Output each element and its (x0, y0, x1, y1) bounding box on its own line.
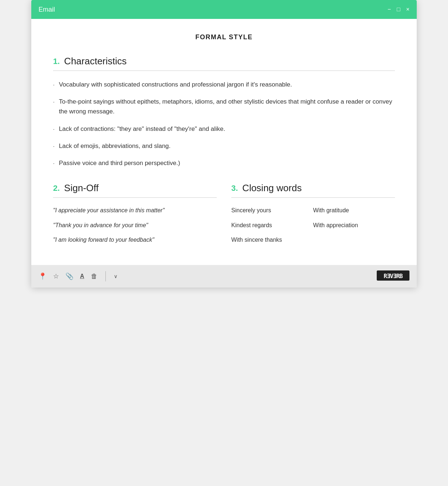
main-content: FORMAL STYLE 1. Characteristics · Vocabu… (31, 19, 417, 265)
minimize-button[interactable]: − (388, 7, 391, 12)
closing-item: With gratitude (313, 206, 395, 214)
close-button[interactable]: × (406, 7, 409, 12)
bottom-toolbar: 📍 ☆ 📎 A 🗑 ∨ RƎVƎRB (31, 265, 417, 288)
list-item: "I am looking forward to your feedback" (53, 236, 217, 244)
bullet-text: Vocabulary with sophisticated constructi… (59, 80, 292, 89)
list-item: · To-the-point sayings without epithets,… (53, 97, 395, 116)
toolbar-divider (105, 271, 106, 281)
closing-col1: Sincerely yours Kindest regards With sin… (231, 206, 313, 250)
page-title: FORMAL STYLE (53, 33, 395, 41)
app-logo: RƎVƎRB (377, 270, 409, 282)
star-icon[interactable]: ☆ (53, 272, 59, 280)
text-format-icon[interactable]: A (80, 273, 84, 280)
app-window: Email − □ × FORMAL STYLE 1. Characterist… (31, 0, 417, 288)
bullet-icon: · (53, 81, 55, 89)
closing-grid: Sincerely yours Kindest regards With sin… (231, 206, 395, 250)
list-item: "Thank you in advance for your time" (53, 221, 217, 229)
section-2-header: 2. Sign-Off (53, 182, 217, 194)
delete-icon[interactable]: 🗑 (91, 273, 97, 280)
section-1-title: Characteristics (64, 56, 127, 67)
characteristics-list: · Vocabulary with sophisticated construc… (53, 80, 395, 168)
section-2-divider (53, 197, 217, 198)
section-2-number: 2. (53, 184, 60, 193)
section-3-number: 3. (231, 184, 238, 193)
window-title: Email (39, 6, 55, 13)
section-1-number: 1. (53, 57, 60, 66)
bullet-text: Lack of emojis, abbreviations, and slang… (59, 141, 171, 151)
list-item: "I appreciate your assistance in this ma… (53, 206, 217, 214)
bullet-icon: · (53, 125, 55, 133)
bullet-icon: · (53, 98, 55, 106)
section-3-header: 3. Closing words (231, 182, 395, 194)
section-1-divider (53, 71, 395, 71)
window-controls: − □ × (388, 7, 409, 12)
closing-item: With sincere thanks (231, 236, 313, 244)
signoff-list: "I appreciate your assistance in this ma… (53, 206, 217, 244)
list-item: · Lack of contractions: "they are" inste… (53, 124, 395, 134)
list-item: · Lack of emojis, abbreviations, and sla… (53, 141, 395, 151)
section-closing-words: 3. Closing words Sincerely yours Kindest… (231, 182, 395, 250)
bullet-icon: · (53, 142, 55, 150)
section-signoff: 2. Sign-Off "I appreciate your assistanc… (53, 182, 217, 250)
paperclip-icon[interactable]: 📎 (65, 272, 73, 280)
toolbar-left: 📍 ☆ 📎 A 🗑 ∨ (39, 271, 117, 281)
titlebar: Email − □ × (31, 0, 417, 19)
closing-col2: With gratitude With appreciation (313, 206, 395, 250)
bullet-text: Lack of contractions: "they are" instead… (59, 124, 225, 134)
logo-text: RƎVƎRB (377, 274, 409, 282)
bullet-text: To-the-point sayings without epithets, m… (59, 97, 395, 116)
svg-text:RƎVƎRB: RƎVƎRB (384, 273, 403, 280)
section-3-divider (231, 197, 395, 198)
location-icon[interactable]: 📍 (39, 272, 47, 280)
dropdown-button[interactable]: ∨ (114, 273, 117, 279)
closing-item: Kindest regards (231, 221, 313, 229)
section-1-header: 1. Characteristics (53, 56, 395, 67)
section-2-title: Sign-Off (64, 182, 99, 194)
section-characteristics: 1. Characteristics · Vocabulary with sop… (53, 56, 395, 168)
two-col-layout: 2. Sign-Off "I appreciate your assistanc… (53, 182, 395, 250)
closing-item: With appreciation (313, 221, 395, 229)
closing-item: Sincerely yours (231, 206, 313, 214)
bullet-text: Passive voice and third person perspecti… (59, 158, 180, 168)
bullet-icon: · (53, 159, 55, 167)
list-item: · Passive voice and third person perspec… (53, 158, 395, 168)
list-item: · Vocabulary with sophisticated construc… (53, 80, 395, 89)
maximize-button[interactable]: □ (397, 7, 400, 12)
section-3-title: Closing words (242, 182, 301, 194)
